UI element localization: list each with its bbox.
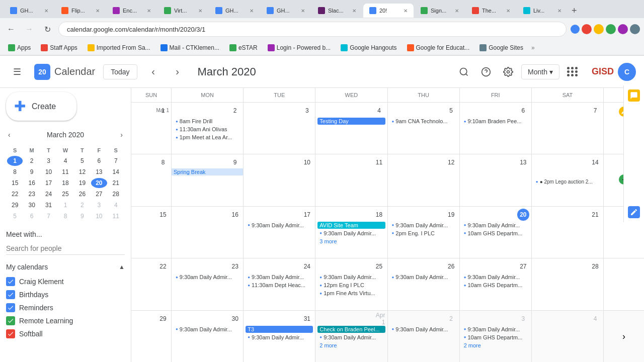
event-daily25[interactable]: 9:30am Daily Admir... <box>317 274 385 281</box>
right-icon-1[interactable] <box>628 89 640 102</box>
cell-mar24[interactable]: 24 9:30am Daily Admir... 11:30am Dept He… <box>244 258 315 310</box>
mini-day[interactable]: 6 <box>91 156 107 166</box>
cell-mar10[interactable]: 10 <box>244 154 315 206</box>
mini-day[interactable]: 21 <box>108 178 124 188</box>
bookmark-apps[interactable]: Apps <box>4 43 35 52</box>
event-daily30[interactable]: 9:30am Daily Admir... <box>174 326 241 333</box>
mini-day[interactable]: 23 <box>24 189 39 199</box>
event-braden-check[interactable]: Check on Braden Peel... <box>317 326 385 333</box>
cell-mar30[interactable]: 30 9:30am Daily Admir... <box>172 311 244 362</box>
extension-icon-3[interactable] <box>594 24 604 34</box>
mini-day[interactable]: 28 <box>108 189 124 199</box>
cell-mar4[interactable]: 4 Testing Day <box>315 103 387 154</box>
event-daily31[interactable]: 9:30am Daily Admir... <box>246 334 313 341</box>
create-button[interactable]: ✚ Create <box>6 92 76 121</box>
tab-gh1[interactable]: GH... ✕ <box>4 4 54 18</box>
more-bookmarks[interactable]: » <box>529 43 537 52</box>
mini-day[interactable]: 14 <box>108 167 124 177</box>
cell-mar14[interactable]: 14 ● 2pm Lego auction 2... <box>532 154 604 206</box>
event-dept24[interactable]: 11:30am Dept Heac... <box>246 282 313 289</box>
extension-icon-5[interactable] <box>618 24 628 34</box>
event-eng19[interactable]: 2pm Eng. I PLC <box>390 230 457 237</box>
prev-month-button[interactable]: ‹ <box>145 64 162 80</box>
cell-mar12[interactable]: 12 <box>388 154 460 206</box>
event-daily27[interactable]: 9:30am Daily Admir... <box>462 274 529 281</box>
reload-button[interactable]: ↻ <box>40 22 54 36</box>
menu-button[interactable]: ☰ <box>8 63 26 81</box>
tab-enc[interactable]: Enc... ✕ <box>107 4 157 18</box>
my-calendars-header[interactable]: My calendars ▲ <box>6 263 125 271</box>
settings-button[interactable] <box>499 63 517 81</box>
apps-grid-button[interactable] <box>564 63 582 81</box>
event-eng25[interactable]: 12pm Eng I PLC <box>317 282 385 289</box>
mini-day[interactable]: 2 <box>74 200 90 210</box>
cell-mar26[interactable]: 26 9:30am Daily Admir... <box>388 258 460 310</box>
mini-day[interactable]: 26 <box>74 189 90 199</box>
tab-20-active[interactable]: 20! ✕ <box>363 4 414 18</box>
event-cna[interactable]: 9am CNA Technolo... <box>390 118 457 125</box>
cell-mar18[interactable]: 18 AVID Site Team 9:30am Daily Admir... … <box>315 207 387 258</box>
cell-mar17[interactable]: 17 9:30am Daily Admir... <box>244 207 315 258</box>
search-button[interactable] <box>455 63 473 81</box>
cell-mar1[interactable]: 1 Mar 1 <box>131 103 172 154</box>
event-braden-pee[interactable]: 9:10am Braden Pee... <box>462 118 529 125</box>
mini-day[interactable]: 3 <box>41 156 56 166</box>
event-daily24[interactable]: 9:30am Daily Admir... <box>246 274 313 281</box>
more-link-18[interactable]: 3 more <box>317 238 385 245</box>
new-tab-button[interactable]: + <box>569 6 580 16</box>
mini-day[interactable]: 10 <box>41 167 56 177</box>
mini-day[interactable]: 22 <box>7 189 23 199</box>
mini-day[interactable]: 31 <box>41 200 56 210</box>
cell-mar19[interactable]: 19 9:30am Daily Admir... 2pm Eng. I PLC <box>388 207 460 258</box>
cell-mar13[interactable]: 13 <box>460 154 532 206</box>
bookmark-import[interactable]: Imported From Sa... <box>84 43 154 52</box>
calendar-birthdays-checkbox[interactable] <box>6 290 15 299</box>
mini-day[interactable]: 27 <box>91 189 107 199</box>
bookmark-login[interactable]: Login - Powered b... <box>264 43 335 52</box>
calendar-remote-checkbox[interactable] <box>6 316 15 325</box>
event-ghs-apr3[interactable]: 10am GHS Departm... <box>462 334 529 341</box>
mini-day[interactable]: 8 <box>7 167 23 177</box>
people-search-input[interactable] <box>6 242 125 255</box>
event-testing-day[interactable]: Testing Day <box>317 118 385 125</box>
mini-day[interactable]: 5 <box>74 156 90 166</box>
bookmark-hangouts[interactable]: Google Hangouts <box>337 43 400 52</box>
mini-day[interactable]: 29 <box>7 200 23 210</box>
next-month-button[interactable]: › <box>170 64 186 80</box>
mini-day[interactable]: 20 <box>91 178 107 188</box>
tab-gh2[interactable]: GH... ✕ <box>209 4 260 18</box>
cell-mar11[interactable]: 11 <box>315 154 387 206</box>
mini-day[interactable]: 17 <box>41 178 56 188</box>
mini-day[interactable]: 7 <box>41 211 56 221</box>
event-fire-drill[interactable]: 8am Fire Drill <box>174 118 241 125</box>
cell-mar2[interactable]: 2 8am Fire Drill 11:30am Ani Olivas 1pm … <box>172 103 244 154</box>
event-daily-apr2[interactable]: 9:30am Daily Admir... <box>390 326 457 333</box>
tab-liv[interactable]: Liv... ✕ <box>517 4 568 18</box>
mini-day[interactable]: 6 <box>24 211 39 221</box>
mini-day[interactable]: 8 <box>57 211 73 221</box>
calendar-birthdays[interactable]: Birthdays <box>6 288 125 301</box>
mini-day[interactable]: 15 <box>7 178 23 188</box>
calendar-craig[interactable]: Craig Klement <box>6 275 125 288</box>
cell-mar25[interactable]: 25 9:30am Daily Admir... 12pm Eng I PLC … <box>315 258 387 310</box>
cell-mar3[interactable]: 3 <box>244 103 315 154</box>
mini-day[interactable]: 13 <box>91 167 107 177</box>
more-link-apr1[interactable]: 2 more <box>317 342 385 349</box>
cell-mar22[interactable]: 22 <box>131 258 172 310</box>
cell-mar9[interactable]: 9 Spring Break <box>172 154 244 206</box>
mini-prev-month[interactable]: ‹ <box>6 129 13 141</box>
event-daily17[interactable]: 9:30am Daily Admir... <box>246 222 313 229</box>
calendar-reminders[interactable]: Reminders <box>6 301 125 314</box>
extension-icon-2[interactable] <box>582 24 592 34</box>
mini-day[interactable]: 1 <box>57 200 73 210</box>
event-ghs27[interactable]: 10am GHS Departm... <box>462 282 529 289</box>
mini-day[interactable]: 1 <box>7 156 23 166</box>
mini-day[interactable]: 2 <box>24 156 39 166</box>
mini-day[interactable]: 18 <box>57 178 73 188</box>
bookmark-estar[interactable]: eSTAR <box>225 43 262 52</box>
mini-next-month[interactable]: › <box>118 129 125 141</box>
mini-day[interactable]: 24 <box>41 189 56 199</box>
mini-day[interactable]: 11 <box>57 167 73 177</box>
help-button[interactable] <box>477 63 495 81</box>
tab-slack[interactable]: Slac... ✕ <box>312 4 362 18</box>
